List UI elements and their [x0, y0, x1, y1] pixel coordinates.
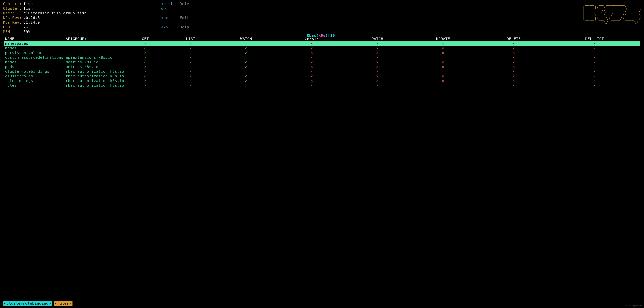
cross-icon: ×: [311, 65, 313, 69]
column-header[interactable]: LIST: [166, 37, 216, 41]
column-header[interactable]: WATCH: [216, 37, 276, 41]
check-icon: ✓: [190, 79, 192, 83]
table-row[interactable]: nodes✓✓✓×××××: [4, 46, 640, 51]
cell-apigroup: metrics.k8s.io: [65, 65, 126, 69]
column-header[interactable]: GET: [125, 37, 166, 41]
check-icon: ✓: [245, 55, 247, 60]
cell-update: ×: [408, 41, 478, 46]
cell-name: nodes: [4, 60, 65, 65]
rbac-table[interactable]: NAMEAPIGROUP↑GETLISTWATCHCREATEPATCHUPDA…: [4, 37, 640, 88]
cross-icon: ×: [512, 79, 515, 83]
table-row[interactable]: rolebindingsrbac.authorization.k8s.io✓✓✓…: [4, 79, 640, 83]
cross-icon: ×: [376, 41, 379, 46]
cell-get: ✓: [125, 51, 166, 55]
table-row[interactable]: clusterrolebindingsrbac.authorization.k8…: [4, 69, 640, 74]
cluster-value: fish: [24, 6, 87, 11]
cross-icon: ×: [512, 74, 515, 78]
cell-watch: ✓: [216, 69, 276, 74]
cross-icon: ×: [512, 46, 515, 50]
column-header[interactable]: PATCH: [347, 37, 408, 41]
breadcrumb-item[interactable]: <clusterrolebinding>: [3, 301, 52, 306]
cell-patch: ×: [347, 74, 408, 79]
cell-list: ✓: [166, 83, 216, 88]
table-row[interactable]: customresourcedefinitionsapiextensions.k…: [4, 55, 640, 60]
check-icon: ✓: [144, 83, 147, 88]
column-header[interactable]: NAME: [4, 37, 65, 41]
cross-icon: ×: [442, 83, 444, 88]
cell-name: roles: [4, 83, 65, 88]
context-value: fish: [24, 2, 87, 6]
mem-label: MEM:: [3, 30, 24, 34]
cell-get: ✓: [125, 65, 166, 69]
check-icon: ✓: [245, 65, 247, 69]
command-hints: <ctrl-d>Delete<e>Edit<?>Help: [161, 2, 194, 34]
cell-get: ✓: [125, 79, 166, 83]
cell-apigroup: [65, 51, 126, 55]
column-header[interactable]: APIGROUP↑: [65, 37, 126, 41]
cross-icon: ×: [311, 51, 313, 55]
cross-icon: ×: [311, 55, 313, 60]
cell-patch: ×: [347, 83, 408, 88]
cell-delete: ×: [478, 69, 549, 74]
cross-icon: ×: [442, 74, 444, 78]
user-label: User:: [3, 11, 24, 16]
cell-patch: ×: [347, 41, 408, 46]
check-icon: ✓: [190, 60, 192, 64]
cell-watch: ✓: [216, 51, 276, 55]
command-desc: Delete: [180, 2, 194, 16]
column-header[interactable]: DEL-LIST: [549, 37, 640, 41]
cell-update: ×: [408, 79, 478, 83]
cross-icon: ×: [311, 60, 313, 64]
cell-create: ×: [276, 83, 347, 88]
cell-list: ✓: [166, 51, 216, 55]
cell-patch: ×: [347, 65, 408, 69]
table-row[interactable]: podsmetrics.k8s.io✓✓✓×××××: [4, 65, 640, 69]
table-body[interactable]: namespaces✓✓✓×××××nodes✓✓✓×××××persisten…: [4, 41, 640, 88]
table-row[interactable]: rolesrbac.authorization.k8s.io✓✓✓×××××: [4, 83, 640, 88]
cell-update: ×: [408, 55, 478, 60]
cpu-value: 7%: [24, 25, 87, 30]
rbac-panel: Rbac(k9s)[10] NAMEAPIGROUP↑GETLISTWATCHC…: [3, 36, 641, 303]
cell-watch: ✓: [216, 46, 276, 51]
cell-list: ✓: [166, 46, 216, 51]
table-row[interactable]: nodesmetrics.k8s.io✓✓✓×××××: [4, 60, 640, 65]
cell-update: ×: [408, 74, 478, 79]
cell-apigroup: apiextensions.k8s.io: [65, 55, 126, 60]
command-desc: Help: [180, 25, 194, 34]
cross-icon: ×: [593, 60, 596, 64]
command-key: <e>: [161, 16, 180, 25]
cell-create: ×: [276, 74, 347, 79]
cell-name: namespaces: [4, 41, 65, 46]
cell-list: ✓: [166, 55, 216, 60]
check-icon: ✓: [144, 46, 147, 50]
cell-update: ×: [408, 65, 478, 69]
cell-dellist: ×: [549, 65, 640, 69]
cross-icon: ×: [593, 51, 596, 55]
column-header[interactable]: UPDATE: [408, 37, 478, 41]
check-icon: ✓: [144, 51, 147, 55]
check-icon: ✓: [144, 79, 147, 83]
watermark: CSDN @oponia: [626, 304, 642, 307]
title-count: 10: [330, 33, 335, 38]
cross-icon: ×: [593, 69, 596, 74]
check-icon: ✓: [190, 51, 192, 55]
cpu-label: CPU:: [3, 25, 24, 30]
table-row[interactable]: namespaces✓✓✓×××××: [4, 41, 640, 46]
cell-name: persistentvolumes: [4, 51, 65, 55]
cluster-info: Context: fish Cluster: fish User: cluste…: [3, 2, 87, 34]
column-header[interactable]: DELETE: [478, 37, 549, 41]
check-icon: ✓: [245, 60, 247, 64]
cell-name: clusterrolebindings: [4, 69, 65, 74]
cross-icon: ×: [593, 74, 596, 78]
cross-icon: ×: [376, 69, 379, 74]
cell-list: ✓: [166, 60, 216, 65]
table-row[interactable]: clusterrolesrbac.authorization.k8s.io✓✓✓…: [4, 74, 640, 79]
cell-watch: ✓: [216, 83, 276, 88]
cross-icon: ×: [442, 51, 444, 55]
cell-list: ✓: [166, 41, 216, 46]
cell-delete: ×: [478, 55, 549, 60]
table-row[interactable]: persistentvolumes✓✓✓×××××: [4, 51, 640, 55]
breadcrumb-item[interactable]: <rules>: [54, 301, 72, 306]
check-icon: ✓: [245, 41, 247, 46]
cell-get: ✓: [125, 60, 166, 65]
